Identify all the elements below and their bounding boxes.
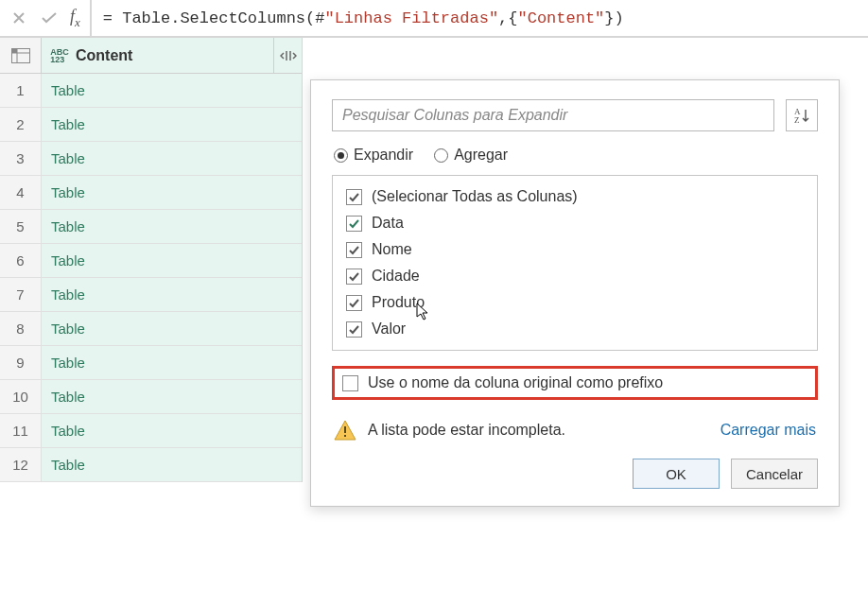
formula-input[interactable]: = Table.SelectColumns(#"Linhas Filtradas… bbox=[91, 0, 868, 37]
table-row[interactable]: 12Table bbox=[0, 448, 302, 482]
radio-dot-icon bbox=[434, 148, 448, 163]
grid-header: ABC 123 Content bbox=[0, 38, 302, 74]
cell-value[interactable]: Table bbox=[42, 244, 302, 277]
formula-actions: fx bbox=[0, 0, 91, 37]
table-row[interactable]: 8Table bbox=[0, 312, 302, 346]
svg-rect-9 bbox=[344, 435, 346, 437]
column-label: Nome bbox=[372, 241, 412, 258]
row-number: 12 bbox=[0, 448, 42, 481]
table-row[interactable]: 2Table bbox=[0, 108, 302, 142]
checkbox-icon bbox=[346, 242, 362, 258]
columns-list: (Selecionar Todas as Colunas) DataNomeCi… bbox=[332, 175, 818, 351]
radio-expandir[interactable]: Expandir bbox=[334, 147, 413, 164]
table-row[interactable]: 5Table bbox=[0, 210, 302, 244]
formula-eq: = bbox=[103, 9, 122, 27]
cancel-button[interactable]: Cancelar bbox=[731, 459, 818, 489]
expand-columns-popup: Pesquisar Colunas para Expandir A Z Expa… bbox=[310, 79, 840, 507]
cell-value[interactable]: Table bbox=[42, 142, 302, 175]
prefix-checkbox-row[interactable]: Use o nome da coluna original como prefi… bbox=[332, 366, 818, 400]
any-type-icon: ABC 123 bbox=[47, 47, 72, 64]
radio-dot-icon bbox=[334, 148, 348, 163]
row-number: 6 bbox=[0, 244, 42, 277]
row-number: 3 bbox=[0, 142, 42, 175]
table-row[interactable]: 11Table bbox=[0, 414, 302, 448]
row-number: 1 bbox=[0, 74, 42, 107]
row-number: 4 bbox=[0, 176, 42, 209]
table-row[interactable]: 1Table bbox=[0, 74, 302, 108]
search-columns-input[interactable]: Pesquisar Colunas para Expandir bbox=[332, 99, 774, 131]
checkbox-icon bbox=[346, 216, 362, 232]
checkbox-icon bbox=[346, 321, 362, 338]
warning-row: A lista pode estar incompleta. Carregar … bbox=[332, 415, 818, 459]
table-row[interactable]: 6Table bbox=[0, 244, 302, 278]
expand-column-button[interactable] bbox=[273, 38, 302, 73]
svg-rect-8 bbox=[344, 426, 346, 433]
column-name: Content bbox=[76, 47, 132, 64]
checkbox-icon bbox=[342, 375, 358, 391]
formula-fn: Table.SelectColumns bbox=[122, 9, 305, 27]
table-row[interactable]: 3Table bbox=[0, 142, 302, 176]
checkbox-select-all[interactable]: (Selecionar Todas as Colunas) bbox=[346, 183, 804, 210]
checkbox-icon bbox=[346, 189, 362, 205]
search-placeholder: Pesquisar Colunas para Expandir bbox=[342, 107, 567, 124]
cell-value[interactable]: Table bbox=[42, 448, 302, 481]
table-row[interactable]: 4Table bbox=[0, 176, 302, 210]
cell-value[interactable]: Table bbox=[42, 278, 302, 311]
row-number: 11 bbox=[0, 414, 42, 447]
table-row[interactable]: 9Table bbox=[0, 346, 302, 380]
row-number: 10 bbox=[0, 380, 42, 413]
checkbox-column[interactable]: Produto bbox=[346, 289, 804, 316]
svg-rect-3 bbox=[11, 48, 17, 53]
cell-value[interactable]: Table bbox=[42, 380, 302, 413]
checkbox-column[interactable]: Data bbox=[346, 210, 804, 236]
column-label: Valor bbox=[372, 320, 406, 338]
formula-bar: fx = Table.SelectColumns(#"Linhas Filtra… bbox=[0, 0, 868, 38]
warning-text: A lista pode estar incompleta. bbox=[368, 422, 565, 439]
row-number: 9 bbox=[0, 346, 42, 379]
load-more-link[interactable]: Carregar mais bbox=[720, 422, 816, 439]
checkbox-icon bbox=[346, 295, 362, 311]
radio-agregar[interactable]: Agregar bbox=[434, 147, 508, 164]
table-row[interactable]: 10Table bbox=[0, 380, 302, 414]
sort-button[interactable]: A Z bbox=[786, 99, 818, 131]
column-label: Data bbox=[372, 215, 404, 232]
formula-arg1: "Linhas Filtradas" bbox=[324, 9, 498, 27]
cell-value[interactable]: Table bbox=[42, 312, 302, 345]
row-number: 8 bbox=[0, 312, 42, 345]
column-label: Cidade bbox=[372, 268, 420, 285]
cell-value[interactable]: Table bbox=[42, 74, 302, 107]
table-corner-icon[interactable] bbox=[0, 38, 42, 73]
checkbox-column[interactable]: Valor bbox=[346, 316, 804, 342]
prefix-label: Use o nome da coluna original como prefi… bbox=[368, 374, 663, 391]
table-row[interactable]: 7Table bbox=[0, 278, 302, 312]
column-label: Produto bbox=[372, 294, 425, 311]
svg-text:Z: Z bbox=[794, 115, 800, 125]
cell-value[interactable]: Table bbox=[42, 210, 302, 243]
cell-value[interactable]: Table bbox=[42, 346, 302, 379]
accept-formula-icon[interactable] bbox=[40, 9, 59, 27]
formula-arg2: "Content" bbox=[518, 9, 605, 27]
expand-mode-radios: Expandir Agregar bbox=[332, 145, 818, 175]
row-number: 2 bbox=[0, 108, 42, 141]
cancel-formula-icon[interactable] bbox=[9, 9, 28, 27]
warning-icon bbox=[334, 419, 356, 442]
data-grid: ABC 123 Content 1Table2Table3Table4Table… bbox=[0, 38, 303, 482]
row-number: 5 bbox=[0, 210, 42, 243]
cell-value[interactable]: Table bbox=[42, 108, 302, 141]
ok-button[interactable]: OK bbox=[633, 459, 720, 489]
cell-value[interactable]: Table bbox=[42, 414, 302, 447]
checkbox-icon bbox=[346, 269, 362, 285]
checkbox-column[interactable]: Cidade bbox=[346, 263, 804, 289]
column-header-content[interactable]: ABC 123 Content bbox=[42, 38, 273, 73]
row-number: 7 bbox=[0, 278, 42, 311]
checkbox-column[interactable]: Nome bbox=[346, 236, 804, 263]
fx-icon[interactable]: fx bbox=[70, 7, 80, 30]
cell-value[interactable]: Table bbox=[42, 176, 302, 209]
